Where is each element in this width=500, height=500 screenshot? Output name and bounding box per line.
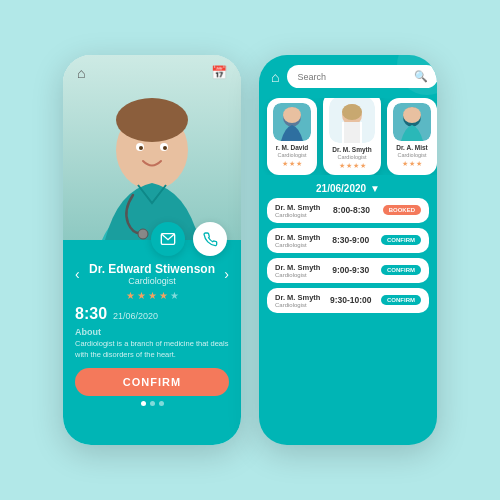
star-4: ★	[159, 290, 168, 301]
slot-2[interactable]: Dr. M. Smyth Cardiologist 8:30-9:00 CONF…	[267, 228, 429, 253]
slot-1[interactable]: Dr. M. Smyth Cardiologist 8:00-8:30 BOOK…	[267, 198, 429, 223]
doctor-2-avatar	[329, 98, 375, 143]
slot-2-time: 8:30-9:00	[332, 235, 369, 245]
star-rating: ★ ★ ★ ★ ★	[75, 290, 229, 301]
doctor-card-1[interactable]: r. M. David Cardiologist ★ ★ ★	[267, 98, 317, 175]
slot-3-time: 9:00-9:30	[332, 265, 369, 275]
slot-2-doctor: Dr. M. Smyth	[275, 233, 320, 242]
doctor-3-avatar	[393, 103, 431, 141]
about-text: Cardiologist is a branch of medicine tha…	[75, 339, 229, 360]
calendar-icon[interactable]: 📅	[211, 65, 227, 81]
confirm-button[interactable]: CONFIRM	[75, 368, 229, 396]
phone-button[interactable]	[193, 222, 227, 256]
svg-point-8	[163, 146, 167, 150]
slot-1-specialty: Cardiologist	[275, 212, 320, 218]
selected-date: 21/06/2020	[316, 183, 366, 194]
about-label: About	[75, 327, 229, 337]
slot-1-doctor: Dr. M. Smyth	[275, 203, 320, 212]
doctor-1-avatar	[273, 103, 311, 141]
svg-point-4	[116, 98, 188, 142]
doctor-nav: ‹ Dr. Edward Stiwenson Cardiologist ›	[75, 262, 229, 286]
action-icons	[151, 222, 227, 256]
date-chevron-icon[interactable]: ▼	[370, 183, 380, 194]
svg-point-13	[283, 107, 301, 123]
doctors-row: r. M. David Cardiologist ★ ★ ★	[259, 98, 437, 175]
slot-3-specialty: Cardiologist	[275, 272, 320, 278]
doctor-card-1-name: r. M. David	[276, 144, 309, 152]
slot-2-specialty: Cardiologist	[275, 242, 320, 248]
home-icon-right[interactable]: ⌂	[271, 69, 279, 85]
doctor-specialty: Cardiologist	[89, 276, 215, 286]
left-phone: ⌂ 📅	[63, 55, 241, 445]
slot-1-info: Dr. M. Smyth Cardiologist	[275, 203, 320, 218]
dot-3	[159, 401, 164, 406]
phones-container: ⌂ 📅	[63, 55, 437, 445]
search-input[interactable]	[297, 72, 409, 82]
date-section: 21/06/2020 ▼	[259, 175, 437, 198]
dot-2	[150, 401, 155, 406]
slot-1-time: 8:00-8:30	[333, 205, 370, 215]
doctor-card-3-image	[393, 103, 431, 141]
star-2: ★	[137, 290, 146, 301]
slot-4-time: 9:30-10:00	[330, 295, 372, 305]
svg-point-21	[403, 107, 421, 123]
doctor-card-3-stars: ★ ★ ★	[402, 160, 422, 168]
dot-1	[141, 401, 146, 406]
doctor-card-2-name: Dr. M. Smyth	[332, 146, 371, 154]
star-1: ★	[126, 290, 135, 301]
appointment-date: 21/06/2020	[113, 311, 158, 321]
star-3: ★	[148, 290, 157, 301]
doctor-card-2-stars: ★ ★ ★ ★	[339, 162, 366, 170]
appointment-time: 8:30	[75, 305, 107, 323]
slot-2-info: Dr. M. Smyth Cardiologist	[275, 233, 320, 248]
slot-2-badge: CONFIRM	[381, 235, 421, 245]
doctor-info: Dr. Edward Stiwenson Cardiologist	[89, 262, 215, 286]
right-phone: ⌂ 🔍 ▦ r. M. David	[259, 55, 437, 445]
left-top-bar: ⌂ 📅	[63, 55, 241, 87]
doctor-card-2[interactable]: Dr. M. Smyth Cardiologist ★ ★ ★ ★	[323, 98, 381, 175]
doctor-card-3-specialty: Cardiologist	[397, 152, 426, 158]
slot-3-badge: CONFIRM	[381, 265, 421, 275]
slot-4[interactable]: Dr. M. Smyth Cardiologist 9:30-10:00 CON…	[267, 288, 429, 313]
prev-doctor-button[interactable]: ‹	[75, 266, 80, 282]
svg-point-16	[342, 104, 362, 120]
svg-rect-18	[344, 122, 360, 143]
doctor-card-3[interactable]: Dr. A. Mist Cardiologist ★ ★ ★	[387, 98, 437, 175]
home-icon[interactable]: ⌂	[77, 65, 85, 81]
slot-4-info: Dr. M. Smyth Cardiologist	[275, 293, 320, 308]
doctor-name: Dr. Edward Stiwenson	[89, 262, 215, 276]
slot-1-badge: BOOKED	[383, 205, 421, 215]
slot-3[interactable]: Dr. M. Smyth Cardiologist 9:00-9:30 CONF…	[267, 258, 429, 283]
slot-3-doctor: Dr. M. Smyth	[275, 263, 320, 272]
mail-button[interactable]	[151, 222, 185, 256]
slot-3-info: Dr. M. Smyth Cardiologist	[275, 263, 320, 278]
page-dots	[75, 401, 229, 406]
svg-point-7	[139, 146, 143, 150]
time-date: 8:30 21/06/2020	[75, 305, 229, 323]
doctor-card-2-specialty: Cardiologist	[337, 154, 366, 160]
doctor-card-1-image	[273, 103, 311, 141]
doctor-card-1-specialty: Cardiologist	[277, 152, 306, 158]
doctor-card-3-name: Dr. A. Mist	[396, 144, 428, 152]
slot-4-doctor: Dr. M. Smyth	[275, 293, 320, 302]
doctor-card-1-stars: ★ ★ ★	[282, 160, 302, 168]
left-bottom-section: ‹ Dr. Edward Stiwenson Cardiologist › ★ …	[63, 240, 241, 445]
doctor-card-2-image	[329, 98, 375, 143]
next-doctor-button[interactable]: ›	[224, 266, 229, 282]
slots-container: Dr. M. Smyth Cardiologist 8:00-8:30 BOOK…	[259, 198, 437, 445]
svg-point-9	[138, 229, 148, 239]
slot-4-badge: CONFIRM	[381, 295, 421, 305]
star-5: ★	[170, 290, 179, 301]
slot-4-specialty: Cardiologist	[275, 302, 320, 308]
